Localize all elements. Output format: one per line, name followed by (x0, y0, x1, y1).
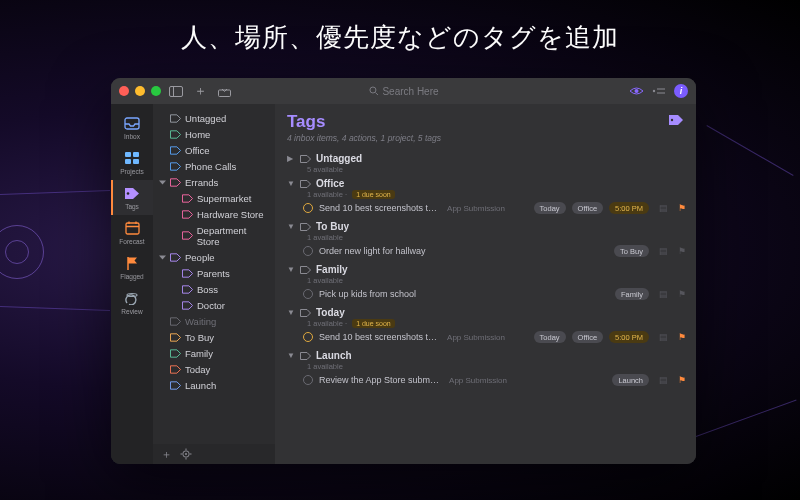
rail-inbox[interactable]: Inbox (111, 110, 153, 145)
sidebar-tag-waiting[interactable]: Waiting (157, 313, 271, 329)
sidebar-tag-office[interactable]: Office (157, 142, 271, 158)
add-button[interactable]: ＋ (191, 82, 209, 100)
sidebar-label: Doctor (197, 300, 225, 311)
group-header-family[interactable]: ▼Family (281, 262, 692, 277)
rail-flagged[interactable]: Flagged (111, 250, 153, 285)
sidebar-tag-doctor[interactable]: Doctor (157, 297, 271, 313)
note-icon: ▤ (659, 246, 668, 256)
flag-icon[interactable]: ⚑ (678, 332, 686, 342)
status-circle[interactable] (303, 375, 313, 385)
group-name: Family (316, 264, 348, 275)
tag-chip[interactable]: Office (572, 331, 603, 343)
flag-icon[interactable]: ⚑ (678, 375, 686, 385)
tag-chip[interactable]: Today (534, 331, 566, 343)
group-header-today[interactable]: ▼Today (281, 305, 692, 320)
sidebar-tag-phone-calls[interactable]: Phone Calls (157, 158, 271, 174)
status-circle[interactable] (303, 332, 313, 342)
flag-icon[interactable]: ⚑ (678, 289, 686, 299)
sidebar-tag-parents[interactable]: Parents (157, 265, 271, 281)
tag-icon (300, 180, 311, 188)
svg-rect-15 (126, 223, 139, 234)
task-row[interactable]: Order new light for hallwayTo Buy▤⚑ (281, 242, 692, 260)
tag-chip[interactable]: Family (615, 288, 649, 300)
task-row[interactable]: Review the App Store subm…App Submission… (281, 371, 692, 389)
svg-rect-12 (125, 159, 131, 164)
marketing-headline: 人、場所、優先度などのタグを追加 (0, 20, 800, 55)
status-circle[interactable] (303, 289, 313, 299)
group-subtitle: 1 available (281, 362, 692, 371)
page-subtitle: 4 inbox items, 4 actions, 1 project, 5 t… (287, 133, 684, 143)
tag-chip[interactable]: Today (534, 202, 566, 214)
tag-icon (300, 266, 311, 274)
sidebar-label: Waiting (185, 316, 216, 327)
sidebar-tag-hardware-store[interactable]: Hardware Store (157, 206, 271, 222)
sidebar-tag-today[interactable]: Today (157, 361, 271, 377)
svg-point-6 (653, 90, 655, 92)
sidebar-tag-home[interactable]: Home (157, 126, 271, 142)
svg-point-22 (185, 453, 187, 455)
note-icon: ▤ (659, 289, 668, 299)
group-header-to-buy[interactable]: ▼To Buy (281, 219, 692, 234)
rail-forecast[interactable]: Forecast (111, 215, 153, 250)
task-title: Review the App Store subm… (319, 375, 439, 385)
group-header-untagged[interactable]: ▶Untagged (281, 151, 692, 166)
sidebar-label: Untagged (185, 113, 226, 124)
task-project: App Submission (447, 204, 505, 213)
tag-icon (170, 114, 181, 123)
status-circle[interactable] (303, 246, 313, 256)
flag-icon[interactable]: ⚑ (678, 246, 686, 256)
group-subtitle: 1 available · 1 due soon (281, 190, 692, 199)
note-icon: ▤ (659, 203, 668, 213)
sidebar-tag-boss[interactable]: Boss (157, 281, 271, 297)
task-row[interactable]: Pick up kids from schoolFamily▤⚑ (281, 285, 692, 303)
sidebar-tag-to-buy[interactable]: To Buy (157, 329, 271, 345)
tag-chip[interactable]: Office (572, 202, 603, 214)
tag-icon (182, 269, 193, 278)
task-title: Order new light for hallway (319, 246, 426, 256)
inspector-icon[interactable]: i (674, 84, 688, 98)
rail-label: Review (121, 308, 142, 315)
sidebar-label: People (185, 252, 215, 263)
rail-projects[interactable]: Projects (111, 145, 153, 180)
rail-review[interactable]: Review (111, 285, 153, 320)
search-field[interactable]: Search Here (368, 86, 438, 97)
sidebar-settings-icon[interactable] (180, 448, 192, 460)
task-row[interactable]: Send 10 best screenshots t…App Submissio… (281, 328, 692, 346)
svg-line-4 (375, 93, 378, 96)
add-tag-button[interactable]: ＋ (161, 447, 172, 462)
tag-icon (182, 231, 193, 240)
rail-label: Inbox (124, 133, 140, 140)
tag-chip[interactable]: To Buy (614, 245, 649, 257)
task-row[interactable]: Send 10 best screenshots t…App Submissio… (281, 199, 692, 217)
svg-point-14 (127, 192, 130, 195)
rail-tags[interactable]: Tags (111, 180, 153, 215)
close-button[interactable] (119, 86, 129, 96)
sidebar-label: Phone Calls (185, 161, 236, 172)
flag-icon[interactable]: ⚑ (678, 203, 686, 213)
svg-point-5 (635, 89, 639, 93)
status-circle[interactable] (303, 203, 313, 213)
svg-point-27 (671, 119, 673, 121)
maximize-button[interactable] (151, 86, 161, 96)
sidebar-tag-errands[interactable]: Errands (157, 174, 271, 190)
sidebar-toggle-icon[interactable] (167, 82, 185, 100)
sidebar-tag-supermarket[interactable]: Supermarket (157, 190, 271, 206)
group-header-launch[interactable]: ▼Launch (281, 348, 692, 363)
group-header-office[interactable]: ▼Office (281, 176, 692, 191)
sidebar-label: Parents (197, 268, 230, 279)
minimize-button[interactable] (135, 86, 145, 96)
chevron-down-icon (159, 254, 166, 261)
sidebar-tag-people[interactable]: People (157, 249, 271, 265)
tag-chip[interactable]: Launch (612, 374, 649, 386)
tag-icon (170, 130, 181, 139)
main-content: Tags 4 inbox items, 4 actions, 1 project… (275, 104, 696, 464)
sidebar-tag-department-store[interactable]: Department Store (157, 222, 271, 249)
sidebar-tag-family[interactable]: Family (157, 345, 271, 361)
tag-icon (170, 162, 181, 171)
svg-rect-11 (133, 152, 139, 157)
sidebar-tag-launch[interactable]: Launch (157, 377, 271, 393)
quick-entry-icon[interactable] (215, 82, 233, 100)
view-options-icon[interactable] (652, 86, 666, 96)
sidebar-tag-untagged[interactable]: Untagged (157, 110, 271, 126)
focus-icon[interactable] (629, 86, 644, 96)
